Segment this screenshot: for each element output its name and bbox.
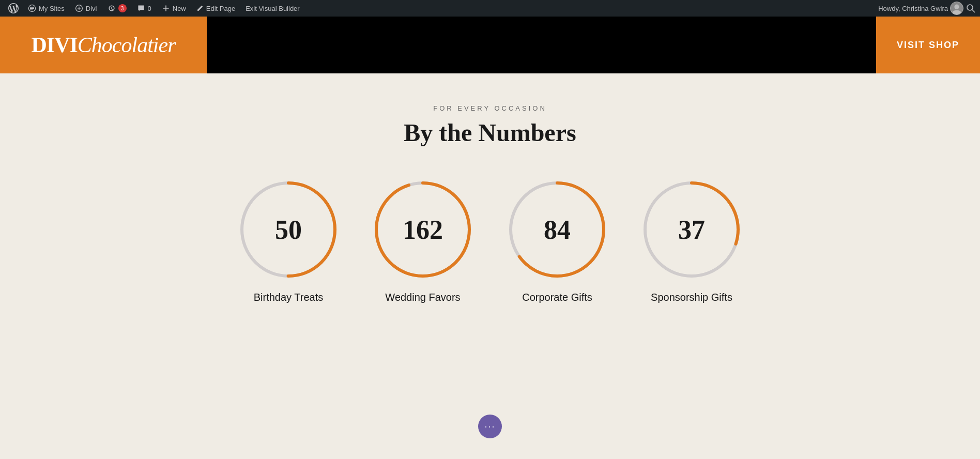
site-header: DIVIChocolatier VISIT SHOP — [0, 17, 980, 73]
updates-badge: 3 — [118, 4, 127, 12]
my-sites-menu[interactable]: My Sites — [23, 0, 70, 17]
circle-container: 50 — [237, 178, 340, 281]
svg-point-1 — [954, 5, 959, 9]
stat-label: Corporate Gifts — [522, 292, 592, 303]
stats-row: 50 Birthday Treats 162 Wedding Favors 84 — [237, 178, 743, 303]
user-greeting: Howdy, Christina Gwira — [878, 5, 948, 12]
header-nav — [207, 17, 876, 73]
my-sites-icon — [28, 4, 36, 12]
divi-label: Divi — [86, 5, 97, 12]
new-content-menu[interactable]: New — [157, 0, 191, 17]
comments-badge: 0 — [148, 5, 151, 12]
section-subtitle: FOR EVERY OCCASION — [433, 104, 547, 112]
visit-shop-button[interactable]: VISIT SHOP — [876, 17, 980, 73]
edit-page-label: Edit Page — [206, 5, 235, 12]
circle-container: 162 — [371, 178, 474, 281]
exit-builder-button[interactable]: Exit Visual Builder — [240, 0, 305, 17]
stat-item: 50 Birthday Treats — [237, 178, 340, 303]
avatar[interactable] — [950, 2, 963, 15]
comments-menu[interactable]: 0 — [132, 0, 157, 17]
comments-icon — [137, 4, 145, 12]
divi-icon — [75, 4, 83, 12]
stat-item: 84 Corporate Gifts — [506, 178, 609, 303]
stat-label: Sponsorship Gifts — [651, 292, 732, 303]
divi-builder-button[interactable]: ··· — [478, 415, 502, 438]
logo-script: Chocolatier — [78, 33, 176, 57]
circle-container: 37 — [640, 178, 743, 281]
admin-bar: My Sites Divi 3 0 New Edit Page Exit Vis… — [0, 0, 980, 17]
updates-menu[interactable]: 3 — [102, 0, 132, 17]
main-content: FOR EVERY OCCASION By the Numbers 50 Bir… — [0, 73, 980, 365]
divi-menu[interactable]: Divi — [70, 0, 102, 17]
stat-item: 162 Wedding Favors — [371, 178, 474, 303]
svg-point-2 — [953, 10, 961, 15]
stat-value: 37 — [678, 215, 705, 245]
new-label: New — [173, 5, 186, 12]
new-icon — [162, 4, 170, 12]
stat-item: 37 Sponsorship Gifts — [640, 178, 743, 303]
exit-builder-label: Exit Visual Builder — [246, 5, 300, 12]
stat-value: 84 — [544, 215, 571, 245]
site-logo: DIVIChocolatier — [31, 33, 175, 57]
updates-icon — [108, 4, 116, 12]
section-title: By the Numbers — [404, 118, 576, 147]
my-sites-label: My Sites — [39, 5, 65, 12]
logo-area: DIVIChocolatier — [0, 17, 207, 73]
stat-label: Birthday Treats — [254, 292, 324, 303]
circle-container: 84 — [506, 178, 609, 281]
divi-dots-icon: ··· — [484, 421, 495, 432]
stat-value: 162 — [403, 215, 443, 245]
stat-value: 50 — [275, 215, 302, 245]
search-icon[interactable] — [966, 3, 976, 13]
edit-icon — [196, 5, 204, 12]
logo-main: DIVI — [31, 33, 77, 57]
stat-label: Wedding Favors — [385, 292, 460, 303]
wp-logo[interactable] — [4, 0, 23, 17]
svg-line-4 — [972, 10, 975, 13]
admin-bar-right: Howdy, Christina Gwira — [878, 2, 976, 15]
edit-page-button[interactable]: Edit Page — [191, 0, 240, 17]
svg-point-3 — [967, 5, 973, 10]
